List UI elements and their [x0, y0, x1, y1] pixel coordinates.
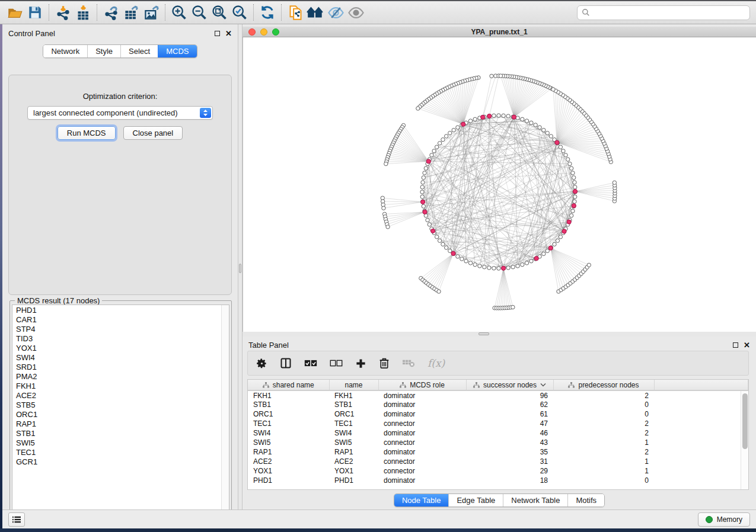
table-row[interactable]: SWI5SWI5connector431 — [248, 438, 748, 447]
mcds-result-item[interactable]: SRD1 — [16, 363, 229, 372]
export-table-button[interactable] — [121, 3, 141, 22]
horizontal-splitter[interactable] — [243, 332, 756, 336]
search-input[interactable] — [590, 8, 745, 17]
table-settings-button[interactable] — [256, 358, 267, 369]
table-row[interactable]: PHD1PHD1dominator180 — [248, 476, 748, 485]
zoom-selected-button[interactable] — [229, 3, 250, 22]
mcds-node[interactable] — [451, 251, 455, 255]
mcds-list-scrollbar[interactable] — [221, 305, 229, 518]
mcds-result-item[interactable]: PMA2 — [16, 372, 229, 382]
mcds-result-item[interactable]: YOX1 — [16, 344, 229, 353]
column-header-successor-nodes[interactable]: successor nodes — [466, 380, 553, 390]
mcds-node[interactable] — [481, 115, 485, 119]
splitter-handle[interactable] — [479, 332, 489, 335]
table-row[interactable]: TEC1TEC1connector472 — [248, 419, 748, 428]
mcds-node[interactable] — [487, 114, 492, 118]
mcds-result-item[interactable]: FKH1 — [16, 382, 229, 391]
mcds-node[interactable] — [423, 210, 427, 214]
network-canvas[interactable] — [243, 37, 756, 332]
column-header-MCDS-role[interactable]: MCDS role — [378, 380, 466, 390]
mcds-result-item[interactable]: RAP1 — [16, 419, 229, 429]
float-panel-icon[interactable] — [215, 31, 220, 36]
first-neighbors-button[interactable] — [305, 3, 326, 22]
table-row[interactable]: YOX1YOX1connector291 — [248, 466, 748, 476]
table-row[interactable]: ACE2ACE2connector311 — [248, 457, 748, 466]
export-image-button[interactable] — [141, 3, 161, 22]
mcds-node[interactable] — [534, 257, 538, 261]
mcds-result-item[interactable]: GCR1 — [16, 457, 229, 467]
zoom-out-button[interactable] — [189, 3, 209, 22]
column-header-name[interactable]: name — [329, 380, 378, 390]
close-panel-icon[interactable]: ✕ — [744, 342, 750, 348]
mcds-node[interactable] — [426, 159, 430, 164]
zoom-in-button[interactable] — [169, 3, 189, 22]
hide-selected-button[interactable] — [326, 3, 346, 22]
mcds-node[interactable] — [573, 189, 577, 193]
show-panels-button[interactable] — [8, 512, 25, 527]
run-mcds-button[interactable]: Run MCDS — [58, 126, 116, 140]
mcds-result-item[interactable]: PHD1 — [16, 306, 229, 315]
tab-network[interactable]: Network — [43, 45, 87, 57]
table-row[interactable]: SWI4SWI4dominator462 — [248, 428, 748, 438]
float-panel-icon[interactable] — [733, 342, 738, 348]
mcds-node[interactable] — [502, 266, 506, 270]
tab-style[interactable]: Style — [87, 45, 120, 57]
open-button[interactable] — [5, 3, 25, 22]
export-network-button[interactable] — [101, 3, 121, 22]
function-builder-button[interactable]: f(x) — [428, 357, 445, 369]
show-all-button[interactable] — [346, 3, 366, 22]
mcds-result-item[interactable]: TID3 — [16, 334, 229, 344]
import-network-button[interactable] — [53, 3, 73, 22]
table-row[interactable]: STB1STB1dominator620 — [248, 400, 748, 409]
mcds-node[interactable] — [567, 220, 571, 224]
mcds-node[interactable] — [572, 204, 576, 208]
tab-network-table[interactable]: Network Table — [503, 494, 567, 507]
criterion-select[interactable]: largest connected component (undirected) — [27, 106, 213, 120]
mcds-result-item[interactable]: STB1 — [16, 429, 229, 438]
search-box[interactable] — [577, 5, 750, 20]
mcds-node[interactable] — [512, 115, 516, 119]
mcds-node[interactable] — [548, 246, 553, 250]
column-header-shared-name[interactable]: shared name — [248, 380, 329, 390]
mcds-result-item[interactable]: SWI4 — [16, 353, 229, 363]
mcds-node[interactable] — [421, 200, 425, 204]
network-graph[interactable] — [243, 37, 756, 332]
tab-mcds[interactable]: MCDS — [158, 45, 196, 57]
tab-edge-table[interactable]: Edge Table — [448, 494, 503, 507]
refresh-button[interactable] — [257, 3, 277, 22]
splitter-handle[interactable] — [239, 264, 241, 273]
table-row[interactable]: RAP1RAP1dominator352 — [248, 447, 748, 457]
tab-node-table[interactable]: Node Table — [394, 494, 449, 507]
mcds-result-item[interactable]: TEC1 — [16, 448, 229, 457]
mcds-result-item[interactable]: STB5 — [16, 400, 229, 410]
scrollbar-thumb[interactable] — [742, 393, 748, 449]
memory-button[interactable]: Memory — [698, 512, 750, 527]
vertical-splitter[interactable] — [238, 24, 243, 509]
table-row[interactable]: ORC1ORC1dominator610 — [248, 409, 748, 419]
show-columns-button[interactable] — [280, 357, 292, 369]
delete-column-button[interactable] — [379, 357, 390, 369]
mcds-result-item[interactable]: ORC1 — [16, 410, 229, 419]
duplicate-network-button[interactable] — [285, 3, 305, 22]
mcds-node[interactable] — [430, 229, 435, 233]
mcds-result-item[interactable]: SWI5 — [16, 438, 229, 448]
mcds-result-list[interactable]: PHD1CAR1STP4TID3YOX1SWI4SRD1PMA2FKH1ACE2… — [12, 305, 229, 518]
mcds-node[interactable] — [562, 229, 566, 233]
tab-motifs[interactable]: Motifs — [567, 494, 604, 507]
mcds-result-item[interactable]: STP4 — [16, 325, 229, 334]
column-header-predecessor-nodes[interactable]: predecessor nodes — [553, 380, 654, 390]
tab-select[interactable]: Select — [120, 45, 158, 57]
mcds-node[interactable] — [555, 140, 559, 145]
delete-table-button[interactable] — [402, 359, 415, 368]
mcds-node[interactable] — [461, 122, 465, 126]
mcds-result-item[interactable]: CAR1 — [16, 315, 229, 325]
table-scrollbar[interactable] — [741, 391, 748, 489]
close-panel-button[interactable]: Close panel — [123, 126, 183, 140]
mcds-result-item[interactable]: ACE2 — [16, 391, 229, 400]
import-table-button[interactable] — [73, 3, 93, 22]
close-panel-icon[interactable]: ✕ — [225, 31, 232, 36]
add-column-button[interactable] — [355, 358, 366, 369]
save-button[interactable] — [25, 3, 45, 22]
zoom-fit-button[interactable] — [209, 3, 229, 22]
table-row[interactable]: FKH1FKH1dominator962 — [248, 390, 748, 400]
